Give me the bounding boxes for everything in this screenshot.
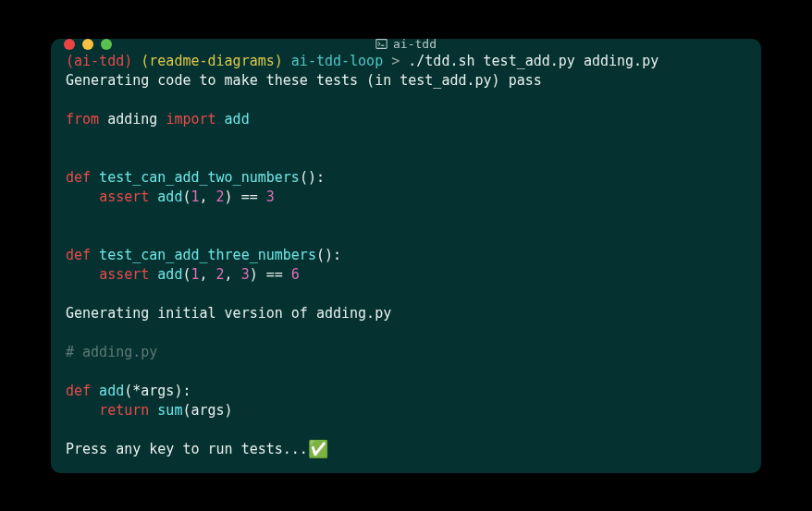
output-gen-tests: Generating code to make these tests (in … — [66, 72, 542, 89]
kw-from: from — [66, 111, 99, 128]
num-2b: 2 — [216, 266, 225, 283]
terminal-icon — [375, 39, 388, 51]
prompt-path: ai-tdd-loop — [291, 53, 383, 69]
import-add: add — [216, 111, 250, 128]
maximize-icon[interactable] — [101, 39, 112, 50]
titlebar: ai-tdd — [51, 39, 761, 50]
kw-return: return — [99, 402, 149, 419]
fn-test1: test_can_add_two_numbers — [91, 169, 300, 186]
fn-add: add — [91, 383, 124, 399]
rparen-1: ) — [225, 189, 233, 205]
terminal-body[interactable]: (ai-tdd) (readme-diagrams) ai-tdd-loop >… — [51, 50, 761, 473]
kw-assert-1: assert — [99, 189, 149, 205]
prompt-sep: > — [391, 53, 400, 69]
minimize-icon[interactable] — [82, 39, 93, 50]
prompt-venv: (ai-tdd) — [66, 53, 132, 69]
num-1c: 3 — [266, 189, 275, 205]
id-args: args — [191, 402, 224, 419]
window-title: ai-tdd — [375, 39, 437, 52]
window-title-text: ai-tdd — [393, 39, 437, 52]
fn-test2: test_can_add_three_numbers — [91, 247, 316, 263]
comma-2b: , — [225, 266, 241, 283]
indent-1 — [66, 189, 99, 205]
colon-2: : — [333, 247, 341, 263]
eq-1: == — [233, 189, 266, 205]
call-sum: sum — [149, 402, 182, 419]
checkmark-icon: ✅ — [308, 441, 328, 457]
kw-def-1: def — [66, 169, 91, 186]
colon-3: : — [182, 383, 191, 399]
prompt-branch: (readme-diagrams) — [141, 53, 283, 69]
press-key-prompt: Press any key to run tests... — [66, 441, 308, 457]
num-2a: 1 — [191, 266, 199, 283]
eq-2: == — [258, 266, 291, 283]
terminal-window: ai-tdd (ai-tdd) (readme-diagrams) ai-tdd… — [51, 39, 761, 473]
kw-def-3: def — [66, 383, 91, 399]
call-add-1: add — [149, 189, 182, 205]
num-2c: 3 — [241, 266, 250, 283]
mod-adding: adding — [99, 111, 166, 128]
comma-1a: , — [200, 189, 216, 205]
indent-3 — [66, 402, 99, 419]
call-add-2: add — [149, 266, 182, 283]
lparen-3: ( — [124, 383, 132, 399]
num-1a: 1 — [191, 189, 199, 205]
output-gen-initial: Generating initial version of adding.py — [66, 305, 391, 322]
paren-1: () — [300, 169, 316, 186]
comma-2a: , — [200, 266, 216, 283]
num-1b: 2 — [216, 189, 225, 205]
svg-rect-0 — [376, 40, 387, 49]
colon-1: : — [316, 169, 325, 186]
comment-adding: # adding.py — [66, 344, 157, 360]
num-2d: 6 — [291, 266, 300, 283]
rparen-2: ) — [250, 266, 258, 283]
rparen-4: ) — [225, 402, 233, 419]
kw-def-2: def — [66, 247, 91, 263]
paren-2: () — [316, 247, 333, 263]
traffic-lights — [64, 39, 112, 50]
star-args: *args — [132, 383, 174, 399]
indent-2 — [66, 266, 99, 283]
kw-import: import — [166, 111, 215, 128]
close-icon[interactable] — [64, 39, 75, 50]
kw-assert-2: assert — [99, 266, 149, 283]
prompt-command: ./tdd.sh test_add.py adding.py — [408, 53, 658, 69]
